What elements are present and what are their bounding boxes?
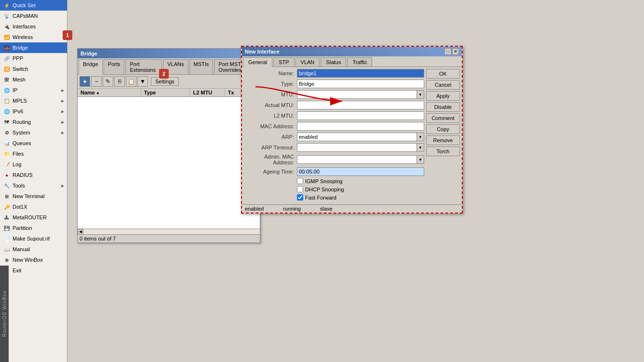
dialog-tab-stp[interactable]: STP xyxy=(273,57,294,67)
tab-port-extensions[interactable]: Port Extensions xyxy=(125,59,162,74)
sidebar-item-ppp[interactable]: 🔗 PPP xyxy=(0,53,67,64)
arp-dropdown-button[interactable]: ▼ xyxy=(416,133,424,141)
sidebar-item-label: Bridge xyxy=(13,45,64,51)
sidebar-item-ip[interactable]: 🌐 IP ▶ xyxy=(0,85,67,95)
add-button[interactable]: + xyxy=(80,76,90,87)
bridge-window-titlebar: Bridge _ ✕ xyxy=(78,49,260,58)
dialog-tab-status[interactable]: Status xyxy=(321,57,346,67)
sidebar-item-routing[interactable]: 🗺 Routing ▶ xyxy=(0,117,67,127)
ageing-time-row: Ageing Time: xyxy=(244,167,424,176)
sidebar-item-exit[interactable]: ✖ Exit xyxy=(0,265,67,276)
dialog-close-button[interactable]: ✕ xyxy=(452,48,459,55)
comment-button[interactable]: Comment xyxy=(426,113,460,123)
l2mtu-input[interactable] xyxy=(297,111,424,120)
sidebar-item-queues[interactable]: 📊 Queues xyxy=(0,138,67,148)
dialog-titlebar-buttons: □ ✕ xyxy=(444,48,459,55)
scroll-track[interactable] xyxy=(83,229,260,234)
copy-button[interactable]: ⎘ xyxy=(114,76,125,87)
horizontal-scrollbar[interactable]: ◀ xyxy=(78,228,260,234)
ok-button[interactable]: OK xyxy=(426,69,460,79)
queues-icon: 📊 xyxy=(3,139,11,147)
sidebar-item-metarouter[interactable]: 🖧 MetaROUTER xyxy=(0,212,67,223)
filter-button[interactable]: ▼ xyxy=(137,76,148,87)
apply-button[interactable]: Apply xyxy=(426,91,460,101)
bridge-window-title: Bridge xyxy=(80,51,97,56)
sidebar-item-mesh[interactable]: 🕸 Mesh xyxy=(0,74,67,85)
l2mtu-label: L2 MTU: xyxy=(244,113,297,119)
sidebar-item-wireless[interactable]: 📶 Wireless xyxy=(0,32,67,42)
mac-address-input[interactable] xyxy=(297,122,424,131)
step-badge-2: 2 xyxy=(159,69,169,79)
dhcp-snooping-checkbox[interactable] xyxy=(297,186,303,192)
arp-timeout-row: ARP Timeout: ▼ xyxy=(244,143,424,152)
sidebar-item-quick-set[interactable]: ⚡ Quick Set xyxy=(0,0,67,11)
status-running: running xyxy=(283,206,301,212)
tab-mstis[interactable]: MSTIs xyxy=(189,59,214,74)
torch-button[interactable]: Torch xyxy=(426,147,460,156)
table-body xyxy=(78,97,260,222)
scroll-left-button[interactable]: ◀ xyxy=(78,229,83,235)
sidebar-item-label: New WinBox xyxy=(13,257,64,263)
mtu-input[interactable] xyxy=(297,90,416,99)
sidebar-item-manual[interactable]: 📖 Manual xyxy=(0,244,67,255)
sidebar-item-dot1x[interactable]: 🔑 Dot1X xyxy=(0,201,67,212)
sidebar-item-label: Routing xyxy=(13,119,61,125)
sidebar-item-new-terminal[interactable]: ⊞ New Terminal xyxy=(0,191,67,201)
col-name[interactable]: Name ▲ xyxy=(78,89,141,96)
metarouter-icon: 🖧 xyxy=(3,214,11,221)
sidebar-item-label: IPv6 xyxy=(13,108,61,114)
sidebar-item-new-winbox[interactable]: ⊕ New WinBox xyxy=(0,255,67,265)
sidebar-item-radius[interactable]: ● RADIUS xyxy=(0,170,67,180)
ageing-time-input[interactable] xyxy=(297,167,424,176)
mtu-dropdown-button[interactable]: ▼ xyxy=(416,90,424,99)
fast-forward-checkbox[interactable] xyxy=(297,194,303,201)
dialog-tab-traffic[interactable]: Traffic xyxy=(347,57,372,67)
sidebar-item-label: Mesh xyxy=(13,77,64,82)
arp-input[interactable] xyxy=(297,133,416,141)
name-input[interactable] xyxy=(297,69,424,78)
sidebar-item-log[interactable]: 📝 Log xyxy=(0,159,67,170)
ipv6-icon: 🌐 xyxy=(3,107,11,115)
igmp-snooping-checkbox[interactable] xyxy=(297,178,303,184)
sidebar-item-capsman[interactable]: 📡 CAPsMAN xyxy=(0,11,67,21)
remove-button[interactable]: Remove xyxy=(426,135,460,145)
arp-timeout-label: ARP Timeout: xyxy=(244,145,297,150)
sidebar-item-make-supout[interactable]: 📄 Make Supout.rif xyxy=(0,233,67,244)
system-icon: ⚙ xyxy=(3,129,11,136)
sidebar-item-interfaces[interactable]: 🔌 Interfaces xyxy=(0,21,67,32)
sidebar-item-label: Make Supout.rif xyxy=(13,236,64,241)
sidebar-item-label: Interfaces xyxy=(13,24,64,29)
edit-button[interactable]: ✎ xyxy=(103,76,113,87)
dialog-minimize-button[interactable]: □ xyxy=(444,48,451,55)
dialog-status-bar: enabled running slave xyxy=(242,204,462,213)
paste-button[interactable]: 📋 xyxy=(126,76,136,87)
admin-mac-dropdown-button[interactable]: ▼ xyxy=(416,155,424,164)
igmp-snooping-label: IGMP Snooping xyxy=(305,178,342,184)
sidebar-item-bridge[interactable]: 🌉 Bridge xyxy=(0,42,67,53)
mac-address-label: MAC Address: xyxy=(244,123,297,129)
col-type[interactable]: Type xyxy=(141,89,190,96)
col-l2mtu[interactable]: L2 MTU xyxy=(190,89,225,96)
copy-button[interactable]: Copy xyxy=(426,124,460,134)
actual-mtu-input[interactable] xyxy=(297,101,424,109)
sidebar-item-switch[interactable]: 🔀 Switch xyxy=(0,64,67,74)
sidebar-item-label: MetaROUTER xyxy=(13,215,64,220)
sidebar-item-files[interactable]: 📁 Files xyxy=(0,148,67,159)
sidebar-item-mpls[interactable]: 📋 MPLS ▶ xyxy=(0,95,67,106)
arp-timeout-input[interactable] xyxy=(297,143,416,152)
dialog-tab-vlan[interactable]: VLAN xyxy=(295,57,320,67)
admin-mac-input[interactable] xyxy=(297,155,416,164)
bridge-window: Bridge _ ✕ Bridge Ports Port Extensions … xyxy=(77,48,260,243)
sidebar-item-ipv6[interactable]: 🌐 IPv6 ▶ xyxy=(0,106,67,117)
tab-bridge[interactable]: Bridge xyxy=(79,59,103,75)
tab-ports[interactable]: Ports xyxy=(104,59,125,74)
arp-timeout-dropdown-button[interactable]: ▼ xyxy=(416,143,424,152)
remove-button[interactable]: − xyxy=(91,76,102,87)
sidebar-item-tools[interactable]: 🔧 Tools ▶ xyxy=(0,180,67,191)
cancel-button[interactable]: Cancel xyxy=(426,80,460,90)
dialog-tab-general[interactable]: General xyxy=(243,57,272,67)
sidebar-item-system[interactable]: ⚙ System ▶ xyxy=(0,127,67,138)
type-input[interactable] xyxy=(297,80,424,88)
disable-button[interactable]: Disable xyxy=(426,102,460,112)
sidebar-item-partition[interactable]: 💾 Partition xyxy=(0,223,67,233)
